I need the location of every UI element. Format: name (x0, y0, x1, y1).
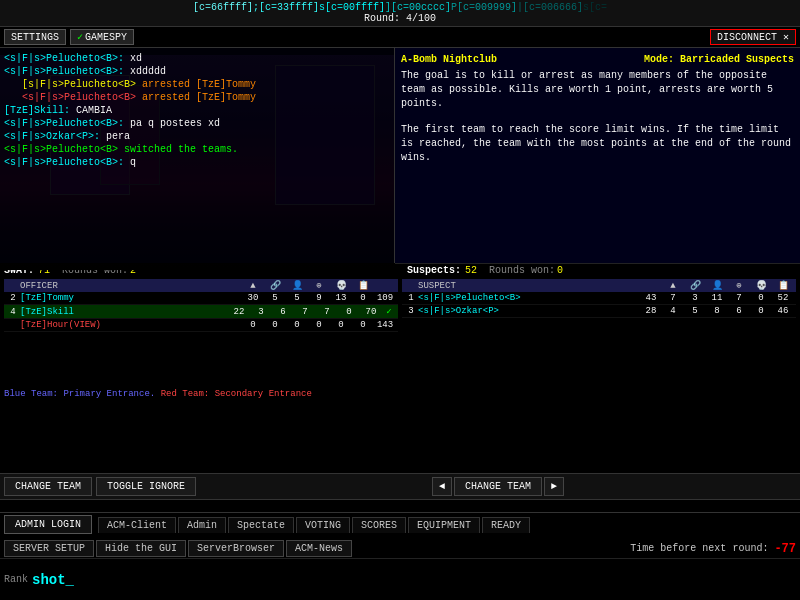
tab-spectate[interactable]: Spectate (228, 517, 294, 533)
table-row: 3 <s|F|s>Ozkar<P> 28 4 5 8 6 0 46 (402, 305, 796, 318)
subtab-hide-gui[interactable]: Hide the GUI (96, 540, 186, 557)
chat-panel: <s|F|s>Pelucheto<B>: xd <s|F|s>Pelucheto… (0, 48, 395, 263)
change-team-arrow-right[interactable]: ► (544, 477, 564, 496)
subtab-server-setup[interactable]: SERVER SETUP (4, 540, 94, 557)
suspects-score-bar: Suspects: 52 Rounds won: 0 (399, 265, 796, 276)
info-desc-2: The first team to reach the score limit … (401, 123, 794, 165)
disconnect-button[interactable]: DISCONNECT ✕ (710, 29, 796, 45)
chat-line: <s|F|s>Pelucheto<B>: q (4, 156, 390, 169)
timer-value: -77 (774, 542, 796, 556)
tab-equipment[interactable]: EQUIPMENT (408, 517, 480, 533)
settings-bar: SETTINGS ✓GAMESPY DISCONNECT ✕ (0, 27, 800, 48)
table-row: [TzE]Hour(VIEW) 0 0 0 0 0 0 143 (4, 319, 398, 332)
suspects-table-header: SUSPECT ▲ 🔗 👤 ⊕ 💀 📋 (402, 279, 796, 292)
chat-line: <s|F|s>Ozkar<P>: pera (4, 130, 390, 143)
change-team-group: ◄ CHANGE TEAM ► (200, 477, 796, 496)
tab-scores[interactable]: SCORES (352, 517, 406, 533)
chat-line: <s|F|s>Pelucheto<B> switched the teams. (4, 143, 390, 156)
info-header: A-Bomb Nightclub Mode: Barricaded Suspec… (401, 54, 794, 65)
subtab-server-browser[interactable]: ServerBrowser (188, 540, 284, 557)
admin-login-button[interactable]: ADMIN LOGIN (4, 515, 92, 534)
change-team-right-button[interactable]: CHANGE TEAM (454, 477, 542, 496)
sub-tab-bar: SERVER SETUP Hide the GUI ServerBrowser … (0, 539, 800, 558)
chat-line: <s|F|s>Pelucheto<B>: xd (4, 52, 390, 65)
gamespy-button[interactable]: ✓GAMESPY (70, 29, 134, 45)
round-info: Round: 4/100 (0, 13, 800, 24)
suspects-table: SUSPECT ▲ 🔗 👤 ⊕ 💀 📋 1 <s|F|s>Pelucheto<B… (402, 279, 796, 385)
tab-ready[interactable]: READY (482, 517, 530, 533)
table-row: 4 [TzE]Skill 22 3 6 7 7 0 70 ✓ (4, 305, 398, 319)
table-row: 2 [TzE]Tommy 30 5 5 9 13 0 109 (4, 292, 398, 305)
toggle-ignore-button[interactable]: TOGGLE IGNORE (96, 477, 196, 496)
info-panel: A-Bomb Nightclub Mode: Barricaded Suspec… (395, 48, 800, 263)
main-content: <s|F|s>Pelucheto<B>: xd <s|F|s>Pelucheto… (0, 48, 800, 263)
tab-admin[interactable]: Admin (178, 517, 226, 533)
change-team-left-button[interactable]: CHANGE TEAM (4, 477, 92, 496)
tab-bar: ADMIN LOGIN ACM-Client Admin Spectate VO… (0, 512, 800, 536)
chat-line: <s|F|s>Pelucheto<B> arrested [TzE]Tommy (4, 91, 390, 104)
timer-label: Time before next round: (630, 543, 768, 554)
rank-bar: Rank shot_ (0, 558, 800, 600)
chat-line: <s|F|s>Pelucheto<B>: pa q postees xd (4, 117, 390, 130)
tables-area: OFFICER ▲ 🔗 👤 ⊕ 💀 📋 2 [TzE]Tommy 30 5 5 … (0, 277, 800, 387)
swat-table-header: OFFICER ▲ 🔗 👤 ⊕ 💀 📋 (4, 279, 398, 292)
map-note: Blue Team: Primary Entrance. Red Team: S… (0, 387, 800, 401)
change-team-arrow-left[interactable]: ◄ (432, 477, 452, 496)
bottom-controls: CHANGE TEAM TOGGLE IGNORE ◄ CHANGE TEAM … (0, 473, 800, 500)
server-title: [c=66ffff];[c=33ffff]s[c=00ffff]][c=00cc… (0, 2, 800, 13)
tab-voting[interactable]: VOTING (296, 517, 350, 533)
settings-button[interactable]: SETTINGS (4, 29, 66, 45)
chat-line: <s|F|s>Pelucheto<B>: xddddd (4, 65, 390, 78)
chat-line: [TzE]Skill: CAMBIA (4, 104, 390, 117)
top-bar: [c=66ffff];[c=33ffff]s[c=00ffff]][c=00cc… (0, 0, 800, 27)
subtab-acm-news[interactable]: ACM-News (286, 540, 352, 557)
chat-line: [s|F|s>Pelucheto<B> arrested [TzE]Tommy (4, 78, 390, 91)
timer-area: Time before next round: -77 (630, 542, 796, 556)
swat-table: OFFICER ▲ 🔗 👤 ⊕ 💀 📋 2 [TzE]Tommy 30 5 5 … (4, 279, 398, 385)
tab-acm-client[interactable]: ACM-Client (98, 517, 176, 533)
info-desc-1: The goal is to kill or arrest as many me… (401, 69, 794, 111)
mode-label: Mode: Barricaded Suspects (644, 54, 794, 65)
location-label: A-Bomb Nightclub (401, 54, 497, 65)
table-row: 1 <s|F|s>Pelucheto<B> 43 7 3 11 7 0 52 (402, 292, 796, 305)
